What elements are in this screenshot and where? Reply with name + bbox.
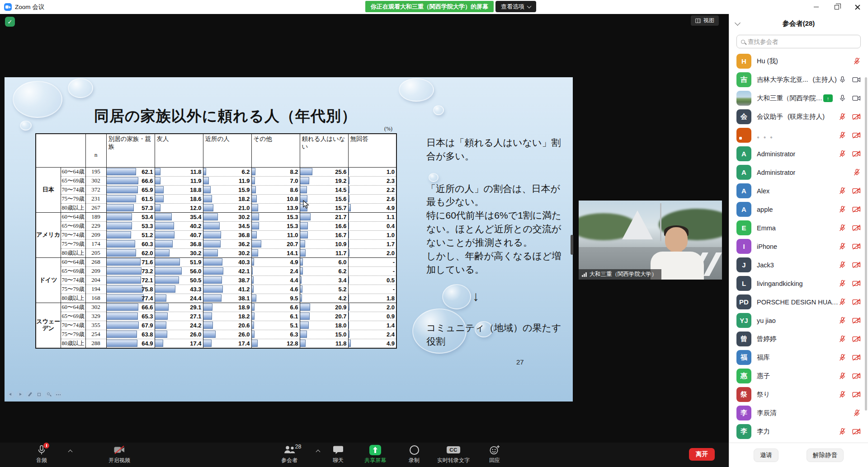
participant-row[interactable]: 吉吉林大学东北亚...(主持人) <box>729 70 868 89</box>
participant-name: apple <box>757 206 773 213</box>
value-cell: 18.0 <box>300 321 348 330</box>
participants-panel: 参会者(28) HHu (我)吉吉林大学东北亚...(主持人)大和三重（関西学院… <box>729 14 868 467</box>
audio-label: 音频 <box>36 457 47 464</box>
participant-row[interactable]: JJack3 <box>729 256 868 274</box>
participant-row[interactable]: 会会议助手(联席主持人) <box>729 107 868 126</box>
minimize-button[interactable] <box>806 0 826 14</box>
participant-row[interactable]: AAdministrator <box>729 145 868 163</box>
value-bar <box>252 222 259 229</box>
live-transcription-label: 实时转录文字 <box>437 457 470 464</box>
participant-row[interactable]: EEmma <box>729 219 868 237</box>
collapse-panel-chevron-icon[interactable] <box>735 20 741 26</box>
value-cell: 67.9 <box>106 321 155 330</box>
live-transcription-button[interactable]: CC 实时转录文字 <box>429 444 478 464</box>
table-row: 70〜74歳20472.150.538.74.43.40.5 <box>36 276 396 285</box>
participant-row[interactable]: YJyu jiao <box>729 311 868 330</box>
restore-button[interactable] <box>826 0 847 14</box>
value-bar <box>203 313 212 320</box>
value-cell: 7.0 <box>251 176 300 185</box>
value-bar <box>349 213 349 220</box>
participant-row[interactable]: HHu (我) <box>729 52 868 70</box>
start-video-button[interactable]: 开启视频 <box>108 444 130 464</box>
audio-options-chevron[interactable] <box>68 450 73 454</box>
speaker-video-thumbnail[interactable]: 大和三重（関西学院大学） <box>579 201 722 280</box>
participant-row[interactable]: 祭祭り <box>729 385 868 404</box>
value-cell: 60.3 <box>106 239 155 248</box>
value-cell: 16.6 <box>300 221 348 230</box>
speaker-name: 大和三重（関西学院大学） <box>590 271 657 278</box>
participant-row[interactable]: IiPhone <box>729 237 868 256</box>
video-panel-drag-handle[interactable] <box>571 235 573 255</box>
security-shield-icon[interactable]: ✓ <box>5 17 15 27</box>
participant-row[interactable]: AAdministrator <box>729 163 868 182</box>
participants-footer: 邀请 解除静音 <box>729 443 868 467</box>
value-cell: 2.4 <box>251 266 300 276</box>
participants-button[interactable]: 28 参会者 <box>268 444 311 464</box>
participant-status-icons <box>839 205 861 213</box>
more-tools-button[interactable] <box>54 391 62 398</box>
zoom-tool-button[interactable] <box>45 391 52 398</box>
close-button[interactable] <box>847 0 868 14</box>
search-input[interactable] <box>748 38 856 45</box>
participant-name: PORSCHE DESIGN HUAWEI Mat... <box>757 299 839 306</box>
participant-row[interactable]: 福福库 <box>729 348 868 367</box>
participant-row[interactable]: Aapple <box>729 200 868 219</box>
participant-row[interactable]: 。。。 <box>729 126 868 145</box>
participant-row[interactable]: Llivingandkicking <box>729 274 868 293</box>
scrollbar[interactable] <box>865 77 867 411</box>
avatar: 祭 <box>736 387 751 402</box>
participant-status-icons <box>839 391 861 398</box>
participant-search[interactable] <box>736 35 861 48</box>
pen-tool-button[interactable] <box>26 391 33 398</box>
participant-row[interactable]: 李李辰清 <box>729 404 868 422</box>
camera-off-icon <box>852 317 861 324</box>
participant-row[interactable]: AAlex <box>729 182 868 200</box>
value-bar <box>155 322 167 329</box>
mic-muted-icon <box>839 261 846 269</box>
camera-off-icon <box>852 299 861 305</box>
unmute-button[interactable]: 解除静音 <box>807 448 844 462</box>
participant-row[interactable]: PDPORSCHE DESIGN HUAWEI Mat... <box>729 293 868 311</box>
participant-row[interactable]: 惠惠子 <box>729 367 868 385</box>
country-cell: スウェーデン <box>36 303 61 348</box>
record-button[interactable]: 录制 <box>398 444 430 464</box>
audio-button[interactable]: 音频 <box>36 444 47 464</box>
avatar: A <box>736 183 751 198</box>
title-bar: Zoom 会议 你正在观看大和三重（関西学院大学）的屏幕 查看选项 <box>0 0 868 14</box>
slide-page-number: 27 <box>516 358 524 366</box>
bubble-decoration <box>68 78 93 98</box>
value-bar <box>155 331 168 338</box>
shape-tool-button[interactable] <box>35 391 43 398</box>
chat-button[interactable]: 聊天 <box>319 444 357 464</box>
mic-muted-icon <box>839 131 846 139</box>
reactions-button[interactable]: 回应 <box>477 444 512 464</box>
view-layout-button[interactable]: 视图 <box>691 15 719 26</box>
cc-icon: CC <box>447 444 460 455</box>
view-options-button[interactable]: 查看选项 <box>495 1 536 12</box>
participants-header: 参会者(28) <box>729 14 868 33</box>
avatar: J <box>736 257 751 272</box>
next-slide-button[interactable] <box>16 391 24 398</box>
value-cell: 21.7 <box>300 212 348 221</box>
n-cell: 174 <box>85 239 106 248</box>
value-bar <box>203 276 222 284</box>
value-cell: 61.5 <box>106 194 155 203</box>
value-bar <box>203 294 222 302</box>
participant-row[interactable]: 李李力 <box>729 422 868 441</box>
previous-slide-button[interactable] <box>7 391 14 398</box>
leave-meeting-button[interactable]: 离开 <box>689 448 715 461</box>
share-screen-button[interactable]: 共享屏幕 <box>354 444 397 464</box>
value-bar <box>252 276 254 284</box>
participant-row[interactable]: 曾曾婷婷 <box>729 330 868 348</box>
viewing-share-banner: 你正在观看大和三重（関西学院大学）的屏幕 <box>365 1 494 12</box>
value-cell: 62.0 <box>106 248 155 257</box>
shared-screen-area: ✓ 视图 同居の家族以外に頼れる人（年代別） (%) n別居の家族・親族友人近所… <box>0 14 729 467</box>
chat-label: 聊天 <box>333 457 344 464</box>
avatar: A <box>736 146 751 161</box>
participant-row[interactable]: 大和三重（関西学院大...↑ <box>729 89 868 107</box>
invite-button[interactable]: 邀请 <box>754 448 778 462</box>
record-icon <box>410 444 419 455</box>
avatar: 李 <box>736 424 751 439</box>
value-cell: 18.6 <box>155 194 203 203</box>
value-cell: 18.9 <box>203 303 251 312</box>
